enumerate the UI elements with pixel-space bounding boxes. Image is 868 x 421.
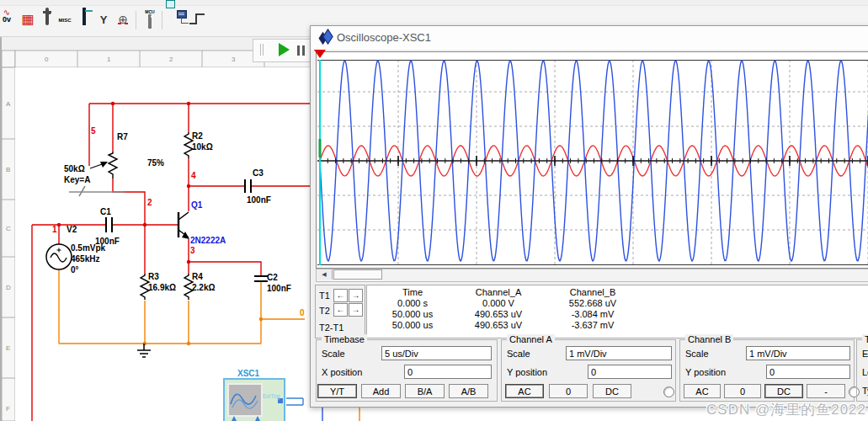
svg-text:50kΩ: 50kΩ <box>64 164 85 173</box>
svg-text:B: B <box>6 166 10 173</box>
svg-text:C1: C1 <box>100 207 111 216</box>
svg-text:R7: R7 <box>117 132 128 141</box>
channel-a-scale-input[interactable] <box>566 346 672 360</box>
trigger-marker-icon[interactable] <box>314 50 326 58</box>
svg-text:2.2kΩ: 2.2kΩ <box>192 283 215 292</box>
svg-text:R2: R2 <box>192 131 203 141</box>
monitor-icon[interactable] <box>75 9 93 31</box>
grid-icon[interactable]: ▦ <box>19 9 37 31</box>
svg-text:5: 5 <box>91 126 96 136</box>
cursor-t1-label: T1 <box>319 290 330 301</box>
svg-text:2: 2 <box>147 198 152 207</box>
svg-text:0: 0 <box>45 56 49 63</box>
channel-b-minus-button[interactable]: - <box>807 384 845 398</box>
oscilloscope-window[interactable]: Oscilloscope-XSC1 ◀ T1 ← → T2 ← → T2-T1 … <box>310 25 868 408</box>
pause-simulation-button[interactable] <box>297 45 306 56</box>
channel-a-column: Channel_A 0.000 V 490.653 uV 490.653 uV <box>451 287 546 331</box>
timebase-add-button[interactable]: Add <box>361 384 401 398</box>
measurement-readouts: Time 0.000 s 50.000 us 50.000 us Channel… <box>366 285 868 338</box>
channel-a-group: Channel A Scale Y position AC 0 DC <box>501 339 676 402</box>
timebase-xposition-input[interactable] <box>404 365 492 379</box>
channel-b-scale-input[interactable] <box>746 346 850 360</box>
channel-b-group: Channel B Scale Y position AC 0 DC - <box>679 339 855 402</box>
svg-text:1: 1 <box>52 225 57 234</box>
t1-right-button[interactable]: → <box>349 289 363 302</box>
trigger-group: Trigger Edge Level Type <box>856 339 868 402</box>
svg-text:E: E <box>6 344 10 352</box>
svg-text:10kΩ: 10kΩ <box>192 142 213 152</box>
scope-horizontal-scrollbar[interactable]: ◀ <box>316 269 868 282</box>
toolbar-separator <box>136 11 136 29</box>
channel-a-zero-button[interactable]: 0 <box>549 384 588 398</box>
svg-text:C: C <box>6 225 11 232</box>
timebase-scale-input[interactable] <box>381 346 492 360</box>
timebase-yt-button[interactable]: Y/T <box>317 384 357 398</box>
channel-b-yposition-input[interactable] <box>766 365 850 379</box>
probe-icon[interactable]: ∿ 0v <box>0 9 16 31</box>
channel-a-radio[interactable] <box>663 386 674 397</box>
svg-text:D: D <box>6 284 11 291</box>
timebase-ba-button[interactable]: B/A <box>405 384 445 398</box>
svg-text:R3: R3 <box>148 272 159 281</box>
svg-text:ExtTrig: ExtTrig <box>263 393 280 400</box>
misc-icon[interactable]: MISC <box>56 9 74 31</box>
svg-text:16.9kΩ: 16.9kΩ <box>148 283 176 292</box>
run-simulation-button[interactable] <box>279 43 290 56</box>
svg-text:2N2222A: 2N2222A <box>190 236 226 245</box>
t1-left-button[interactable]: ← <box>333 289 348 302</box>
time-column: Time 0.000 s 50.000 us 50.000 us <box>374 287 451 331</box>
toolbar-grip[interactable] <box>260 44 264 56</box>
step-icon[interactable] <box>188 9 206 31</box>
channel-a-dc-button[interactable]: DC <box>593 384 631 398</box>
t2-left-button[interactable]: ← <box>333 303 348 317</box>
hierarchy-icon[interactable] <box>167 9 185 31</box>
source-v2[interactable] <box>46 244 72 269</box>
channel-b-zero-button[interactable]: 0 <box>724 384 761 398</box>
channel-b-ac-button[interactable]: AC <box>684 384 721 398</box>
watermark: CSDN @海里的鱼2022 <box>706 400 866 419</box>
svg-text:100nF: 100nF <box>267 284 291 293</box>
svg-text:C2: C2 <box>267 273 278 282</box>
svg-text:3: 3 <box>190 246 195 255</box>
motor-icon[interactable]: ⊕ <box>114 9 132 31</box>
channel-a-ac-button[interactable]: AC <box>505 384 544 398</box>
channel-a-yposition-input[interactable] <box>588 365 672 379</box>
antenna-icon[interactable]: Y <box>94 9 113 31</box>
scope-display <box>316 51 868 269</box>
channel-b-column: Channel_B 552.668 uV -3.084 mV -3.637 mV <box>546 287 640 331</box>
svg-text:F: F <box>6 405 10 413</box>
svg-text:C3: C3 <box>253 168 264 178</box>
scrollbar-thumb[interactable] <box>333 269 382 280</box>
svg-text:XSC1: XSC1 <box>237 369 260 378</box>
channel-b-dc-button[interactable]: DC <box>764 384 803 398</box>
multisim-app-window: ∿ 0v ▦ MISC Y ⊕ MCU <box>0 0 868 421</box>
oscilloscope-titlebar[interactable]: Oscilloscope-XSC1 <box>311 26 868 50</box>
svg-text:Key=A: Key=A <box>64 175 90 184</box>
scope-waveform[interactable] <box>317 60 868 265</box>
t2-right-button[interactable]: → <box>349 303 363 317</box>
cursor-t2-label: T2 <box>319 306 330 316</box>
svg-text:4: 4 <box>191 171 196 180</box>
cursor-readout-controls: T1 ← → T2 ← → T2-T1 <box>315 285 365 338</box>
battery-icon[interactable] <box>38 9 56 31</box>
toolbar-separator <box>162 11 162 29</box>
svg-text:A: A <box>6 100 11 108</box>
svg-text:0°: 0° <box>71 265 79 274</box>
svg-text:100nF: 100nF <box>247 195 271 205</box>
svg-text:1: 1 <box>107 56 111 63</box>
svg-text:0: 0 <box>300 308 305 317</box>
svg-text:2: 2 <box>169 56 173 63</box>
svg-text:0.5mVpk: 0.5mVpk <box>71 243 106 253</box>
svg-text:R4: R4 <box>192 272 203 281</box>
timebase-group: Timebase Scale X position Y/T Add B/A A/… <box>316 339 498 402</box>
window-title: Oscilloscope-XSC1 <box>337 31 431 44</box>
instrument-icon <box>319 32 333 44</box>
svg-text:75%: 75% <box>147 158 164 168</box>
svg-text:3: 3 <box>232 56 236 63</box>
timebase-ab-button[interactable]: A/B <box>449 384 488 398</box>
svg-text:465kHz: 465kHz <box>71 254 99 264</box>
mcu-icon[interactable]: MCU <box>141 9 159 31</box>
svg-text:V2: V2 <box>67 225 77 234</box>
scroll-left-arrow-icon[interactable]: ◀ <box>317 269 333 280</box>
svg-text:Q1: Q1 <box>191 200 203 210</box>
